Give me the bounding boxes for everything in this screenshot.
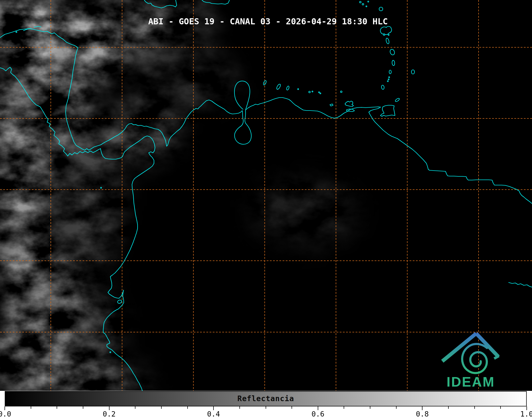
colorbar-minor-tick	[187, 406, 188, 409]
coastline-path	[387, 81, 388, 82]
logo-text: IDEAM	[447, 374, 495, 389]
coastline-path	[383, 34, 385, 35]
map-canvas: IDEAM ABI - GOES 19 - CANAL 03 - 2026-04…	[0, 0, 532, 391]
colorbar-minor-tick	[292, 406, 292, 409]
coastline-path	[235, 110, 251, 144]
colorbar-minor-tick	[474, 406, 475, 409]
colorbar-major-tick	[4, 406, 5, 410]
coastline-path	[202, 0, 229, 4]
colorbar-major-tick	[213, 406, 214, 410]
coastline-path	[309, 91, 310, 93]
coastline-path	[320, 93, 321, 94]
cloud-blob	[251, 177, 357, 246]
colorbar-major-tick	[318, 406, 318, 410]
goes-satellite-product: IDEAM ABI - GOES 19 - CANAL 03 - 2026-04…	[0, 0, 532, 417]
coastline-path	[392, 60, 395, 66]
satellite-map-svg: IDEAM	[0, 0, 532, 391]
colorbar-tick-label: 0.4	[207, 410, 220, 417]
coastline-path	[298, 89, 299, 90]
coastline-path	[388, 34, 389, 35]
coastline-path	[381, 85, 385, 89]
coastline-path	[345, 101, 353, 107]
colorbar-minor-tick	[83, 406, 83, 409]
coastline-path	[117, 300, 122, 304]
coastline-path	[360, 1, 361, 3]
colorbar-major-tick	[526, 406, 527, 410]
colorbar-tick-label: 0.2	[103, 410, 116, 417]
coastline-path	[368, 1, 369, 2]
logo-mountain-right-hook	[494, 356, 499, 359]
coastline-path	[388, 79, 389, 80]
colorbar-minor-tick	[57, 406, 57, 409]
coastline-path	[312, 91, 313, 92]
colorbar-minor-tick	[370, 406, 370, 409]
colorbar-minor-tick	[239, 406, 240, 409]
coastline-path	[389, 77, 390, 78]
colorbar-gradient-bar: Reflectancia	[5, 391, 527, 406]
coastline-path	[362, 3, 364, 5]
coastline-path	[395, 98, 400, 102]
logo-hurricane-spiral-icon	[462, 344, 487, 373]
cloud-blob	[53, 132, 122, 270]
coastline-path	[276, 84, 281, 90]
coastline-path	[366, 6, 367, 7]
cloud-blob	[132, 48, 238, 111]
colorbar-minor-tick	[396, 406, 397, 409]
coastline-path	[385, 38, 389, 44]
colorbar-label: Reflectancia	[237, 394, 294, 403]
coastline-path	[319, 92, 320, 93]
colorbar: Reflectancia 0.00.20.40.60.81.0	[0, 391, 532, 417]
coastline-path	[508, 282, 532, 287]
colorbar-minor-tick	[135, 406, 135, 409]
colorbar-minor-tick	[448, 406, 449, 409]
colorbar-tick-label: 0.8	[416, 410, 429, 417]
coastline-path	[389, 70, 391, 74]
coastline-path	[380, 26, 392, 35]
colorbar-minor-tick	[344, 406, 344, 409]
colorbar-minor-tick	[161, 406, 162, 409]
colorbar-minor-tick	[31, 406, 31, 409]
colorbar-major-tick	[422, 406, 422, 410]
colorbar-tick-label: 0.6	[311, 410, 324, 417]
product-title: ABI - GOES 19 - CANAL 03 - 2026-04-29 18…	[148, 16, 388, 26]
coastline-path	[379, 7, 383, 11]
coastline-path	[340, 91, 342, 93]
colorbar-minor-tick	[500, 406, 501, 409]
ideam-logo: IDEAM	[442, 333, 499, 389]
colorbar-minor-tick	[266, 406, 266, 409]
coastline-path	[411, 70, 415, 74]
coastline-path	[330, 104, 333, 106]
coastline-path	[347, 109, 354, 112]
coastline-path	[286, 86, 290, 90]
colorbar-tick-label: 1.0	[520, 410, 532, 417]
colorbar-tick-label: 0.0	[0, 410, 11, 417]
colorbar-major-tick	[109, 406, 110, 410]
coastline-path	[389, 49, 395, 56]
coastline-path	[380, 105, 395, 116]
